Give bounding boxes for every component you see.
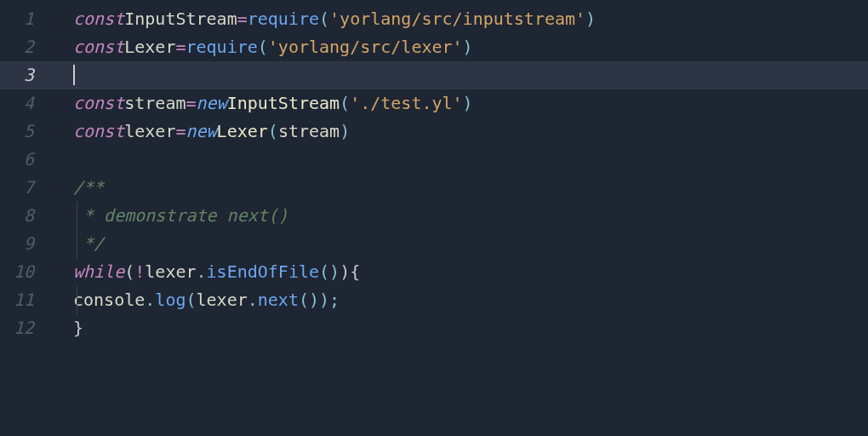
keyword: const: [73, 118, 124, 146]
string: './test.yl': [350, 89, 462, 118]
paren: (: [268, 118, 278, 146]
code-line[interactable]: * demonstrate next(): [51, 202, 868, 230]
variable: InputStream: [124, 5, 237, 33]
indent-guide: [77, 230, 77, 258]
method: isEndOfFile: [207, 258, 319, 286]
line-number: 1: [0, 5, 34, 33]
line-number: 11: [0, 286, 34, 314]
dot: .: [145, 286, 155, 314]
line-number: 2: [0, 33, 34, 61]
keyword: const: [73, 5, 124, 33]
brace: }: [73, 314, 83, 342]
line-number: 9: [0, 230, 34, 258]
code-line[interactable]: */: [51, 230, 868, 258]
variable: stream: [124, 89, 186, 118]
line-number: 4: [0, 89, 34, 118]
brace: {: [350, 258, 360, 286]
code-area[interactable]: const InputStream = require('yorlang/src…: [51, 5, 868, 436]
object: lexer: [197, 286, 248, 314]
indent-guide: [77, 202, 77, 230]
paren: (: [258, 33, 268, 61]
keyword: while: [73, 258, 124, 286]
paren: (: [299, 286, 309, 314]
paren: (: [319, 258, 329, 286]
operator: =: [175, 33, 186, 61]
dot: .: [248, 286, 258, 314]
code-line[interactable]: const Lexer = require('yorlang/src/lexer…: [51, 33, 868, 61]
keyword: const: [73, 33, 124, 61]
line-number: 6: [0, 146, 34, 174]
paren: ): [319, 286, 329, 314]
class-name: Lexer: [217, 118, 268, 146]
class-name: InputStream: [227, 89, 340, 118]
function: require: [248, 5, 319, 33]
line-number: 7: [0, 174, 34, 202]
line-number: 5: [0, 118, 34, 146]
code-line-active[interactable]: [51, 61, 868, 89]
method: log: [155, 286, 186, 314]
function: require: [186, 33, 257, 61]
code-line[interactable]: }: [51, 314, 868, 342]
variable: Lexer: [124, 33, 175, 61]
line-number: 10: [0, 258, 34, 286]
comment: /**: [73, 174, 104, 202]
paren: ): [340, 118, 350, 146]
operator: !: [134, 258, 145, 286]
comment: * demonstrate next(): [73, 202, 288, 230]
code-editor[interactable]: 1 2 3 4 5 6 7 8 9 10 11 12 const InputSt…: [0, 5, 868, 436]
object: lexer: [145, 258, 196, 286]
operator: =: [186, 89, 196, 118]
indent-guide: [77, 286, 77, 314]
paren: ): [340, 258, 350, 286]
dot: .: [197, 258, 207, 286]
code-line[interactable]: console.log(lexer.next());: [51, 286, 868, 314]
variable: lexer: [124, 118, 175, 146]
line-gutter: 1 2 3 4 5 6 7 8 9 10 11 12: [0, 5, 51, 436]
line-number-active: 3: [0, 61, 34, 89]
comment: */: [73, 230, 104, 258]
paren: (: [124, 258, 134, 286]
code-line[interactable]: /**: [51, 174, 868, 202]
code-line[interactable]: const stream = new InputStream('./test.y…: [51, 89, 868, 118]
keyword-new: new: [197, 89, 227, 118]
method: next: [258, 286, 299, 314]
argument: stream: [278, 118, 340, 146]
paren: ): [463, 89, 473, 118]
paren: (: [340, 89, 350, 118]
code-line[interactable]: const lexer = new Lexer(stream): [51, 118, 868, 146]
cursor: [73, 65, 75, 85]
semicolon: ;: [329, 286, 340, 314]
paren: ): [329, 258, 340, 286]
paren: (: [186, 286, 196, 314]
code-line[interactable]: while (!lexer.isEndOfFile()) {: [51, 258, 868, 286]
keyword-new: new: [186, 118, 216, 146]
string: 'yorlang/src/inputstream': [329, 5, 585, 33]
object: console: [73, 286, 145, 314]
keyword: const: [73, 89, 124, 118]
string: 'yorlang/src/lexer': [268, 33, 463, 61]
paren: ): [309, 286, 319, 314]
operator: =: [175, 118, 186, 146]
code-line[interactable]: const InputStream = require('yorlang/src…: [51, 5, 868, 33]
code-line[interactable]: [51, 146, 868, 174]
paren: ): [463, 33, 473, 61]
paren: ): [585, 5, 596, 33]
operator: =: [237, 5, 248, 33]
line-number: 12: [0, 314, 34, 342]
line-number: 8: [0, 202, 34, 230]
paren: (: [319, 5, 329, 33]
